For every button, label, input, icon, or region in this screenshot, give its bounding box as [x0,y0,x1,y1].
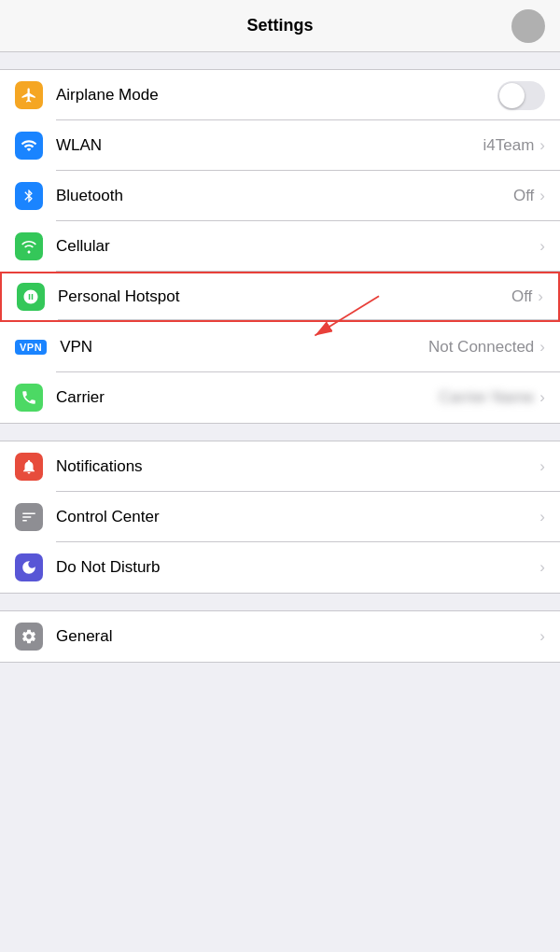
control-center-chevron: › [539,508,545,526]
airplane-mode-label: Airplane Mode [56,86,497,105]
row-carrier[interactable]: Carrier Carrier Name › [0,372,560,423]
device-group: General › [0,610,560,663]
bluetooth-chevron: › [539,187,545,205]
section-device: General › [0,610,560,663]
general-label: General [56,627,539,646]
cellular-chevron: › [539,237,545,256]
wlan-icon [15,132,43,160]
do-not-disturb-icon [15,553,43,581]
wlan-chevron: › [539,136,545,155]
connectivity-group: Airplane Mode WLAN i4Team › [0,69,560,424]
vpn-value: Not Connected [428,338,534,357]
system-group: Notifications › Control Center › [0,441,560,594]
section-system: Notifications › Control Center › [0,441,560,594]
vpn-label: VPN [60,338,428,357]
row-vpn[interactable]: VPN VPN Not Connected › [0,322,560,372]
carrier-icon [15,384,43,412]
avatar [511,9,545,43]
row-airplane-mode[interactable]: Airplane Mode [0,70,560,120]
bluetooth-label: Bluetooth [56,187,513,205]
row-bluetooth[interactable]: Bluetooth Off › [0,171,560,221]
section-connectivity: Airplane Mode WLAN i4Team › [0,69,560,424]
row-notifications[interactable]: Notifications › [0,441,560,492]
personal-hotspot-label: Personal Hotspot [58,287,511,306]
row-control-center[interactable]: Control Center › [0,492,560,542]
personal-hotspot-value: Off [511,287,532,306]
header: Settings [0,0,560,52]
do-not-disturb-chevron: › [539,558,545,577]
toggle-switch[interactable] [497,81,545,110]
row-general[interactable]: General › [0,611,560,662]
vpn-chevron: › [539,338,545,357]
bluetooth-value: Off [513,187,534,205]
do-not-disturb-label: Do Not Disturb [56,558,539,577]
control-center-icon [15,503,43,531]
general-icon [15,623,43,651]
carrier-chevron: › [539,388,545,407]
cellular-icon [15,232,43,260]
row-do-not-disturb[interactable]: Do Not Disturb › [0,542,560,593]
carrier-label: Carrier [56,388,439,407]
airplane-mode-icon [15,81,43,109]
notifications-label: Notifications [56,457,539,476]
vpn-badge: VPN [15,340,47,355]
row-cellular[interactable]: Cellular › [0,221,560,272]
header-title: Settings [246,16,313,35]
control-center-label: Control Center [56,508,539,526]
cellular-label: Cellular [56,237,539,256]
hotspot-icon [17,283,45,311]
airplane-mode-toggle[interactable] [497,81,545,110]
bluetooth-icon [15,182,43,210]
general-chevron: › [539,627,545,646]
carrier-value-blurred: Carrier Name [439,388,534,407]
personal-hotspot-chevron: › [538,287,543,306]
row-wlan[interactable]: WLAN i4Team › [0,120,560,171]
notifications-chevron: › [539,457,545,476]
wlan-value: i4Team [483,136,535,155]
settings-container: Airplane Mode WLAN i4Team › [0,69,560,663]
row-personal-hotspot[interactable]: Personal Hotspot Off › [0,272,560,322]
toggle-thumb [499,83,525,108]
notifications-icon [15,453,43,481]
wlan-label: WLAN [56,136,483,155]
